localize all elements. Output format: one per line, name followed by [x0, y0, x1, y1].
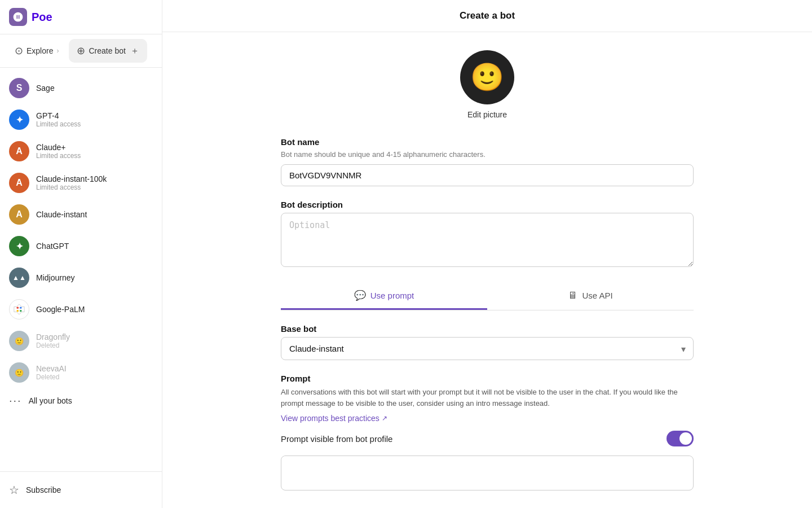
prompt-description: All conversations with this bot will sta…: [281, 387, 694, 409]
base-bot-select-wrapper: Claude-instant GPT-4 Claude+ ChatGPT: [281, 337, 694, 360]
sidebar-item-claudeplus[interactable]: A Claude+ Limited access: [0, 135, 162, 167]
all-bots-item[interactable]: ··· All your bots: [0, 388, 162, 413]
create-bot-button[interactable]: ⊕ Create bot ＋: [69, 39, 147, 63]
all-bots-label: All your bots: [29, 396, 72, 405]
bot-name-claudeinstant: Claude-instant: [36, 210, 87, 219]
bot-sub-dragonfly: Deleted: [36, 341, 70, 349]
form-container: 🙂 Edit picture Bot name Bot name should …: [267, 32, 707, 508]
chevron-right-icon: ›: [56, 47, 59, 55]
sidebar-item-sage[interactable]: S Sage: [0, 72, 162, 104]
external-link-icon: ↗: [382, 414, 387, 422]
prompt-section: Prompt All conversations with this bot w…: [281, 374, 694, 491]
sidebar-item-gpt4[interactable]: ✦ GPT-4 Limited access: [0, 104, 162, 135]
create-bot-label: Create bot: [89, 46, 125, 55]
tab-use-prompt-label: Use prompt: [370, 291, 414, 300]
bot-name-input[interactable]: [281, 164, 694, 186]
sidebar-item-dragonfly[interactable]: 🙂 Dragonfly Deleted: [0, 325, 162, 357]
logo-text: Poe: [32, 11, 52, 24]
nav-buttons: ⊙ Explore › ⊕ Create bot ＋: [0, 34, 162, 68]
prompt-input[interactable]: [281, 456, 693, 488]
avatar-claudeplus: A: [9, 141, 29, 161]
sidebar-item-claude100k[interactable]: A Claude-instant-100k Limited access: [0, 167, 162, 199]
avatar-neevaai: 🙂: [9, 362, 29, 383]
svg-point-2: [16, 310, 19, 312]
bot-name-hint: Bot name should be unique and 4-15 alpha…: [281, 150, 694, 159]
bot-sub-neevaai: Deleted: [36, 373, 67, 381]
bot-name-gpt4: GPT-4: [36, 111, 81, 120]
bot-list: S Sage ✦ GPT-4 Limited access A Claude+ …: [0, 68, 162, 471]
base-bot-section: Base bot Claude-instant GPT-4 Claude+ Ch…: [281, 324, 694, 360]
sidebar-item-claudeinstant[interactable]: A Claude-instant: [0, 199, 162, 230]
sidebar: Poe ⊙ Explore › ⊕ Create bot ＋ S Sage ✦ …: [0, 0, 162, 508]
bot-description-input[interactable]: [281, 213, 694, 267]
sidebar-item-midjourney[interactable]: ▲▲ Midjourney: [0, 262, 162, 294]
tab-use-api-label: Use API: [582, 291, 612, 300]
sidebar-bottom: ☆ Subscribe: [0, 471, 162, 508]
logo[interactable]: Poe: [9, 8, 52, 26]
poe-logo-icon: [9, 8, 27, 26]
bot-description-section: Bot description: [281, 200, 694, 269]
svg-point-1: [20, 306, 22, 309]
tab-use-api[interactable]: 🖥 Use API: [487, 283, 694, 310]
dots-icon: ···: [9, 394, 22, 407]
avatar-dragonfly: 🙂: [9, 331, 29, 351]
create-bot-icon: ⊕: [77, 45, 85, 57]
avatar-claude100k: A: [9, 173, 29, 193]
avatar-chatgpt: ✦: [9, 236, 29, 256]
explore-label: Explore: [27, 46, 53, 55]
bot-name-claudeplus: Claude+: [36, 143, 81, 152]
subscribe-item[interactable]: ☆ Subscribe: [0, 476, 162, 503]
prompt-visible-toggle[interactable]: [667, 431, 694, 446]
edit-picture-label[interactable]: Edit picture: [467, 110, 507, 119]
bot-name-label: Bot name: [281, 137, 694, 147]
explore-icon: ⊙: [15, 45, 23, 57]
bot-avatar-edit[interactable]: 🙂: [460, 50, 514, 104]
avatar-sage: S: [9, 78, 29, 98]
method-tabs: 💬 Use prompt 🖥 Use API: [281, 283, 694, 310]
bot-name-googlepalm: Google-PaLM: [36, 305, 85, 314]
bot-name-chatgpt: ChatGPT: [36, 242, 69, 251]
base-bot-label: Base bot: [281, 324, 694, 334]
bot-sub-gpt4: Limited access: [36, 120, 81, 128]
bot-name-sage: Sage: [36, 84, 55, 93]
bot-name-dragonfly: Dragonfly: [36, 332, 70, 341]
prompt-visible-label: Prompt visible from bot profile: [281, 434, 392, 444]
page-title: Create a bot: [162, 0, 812, 32]
plus-icon: ＋: [130, 45, 139, 57]
subscribe-label: Subscribe: [26, 485, 61, 494]
bot-description-label: Bot description: [281, 200, 694, 209]
prompt-link-text: View prompts best practices: [281, 414, 379, 423]
svg-point-3: [20, 310, 22, 312]
bot-name-neevaai: NeevaAI: [36, 364, 67, 373]
bot-name-section: Bot name Bot name should be unique and 4…: [281, 137, 694, 186]
bot-picture-section: 🙂 Edit picture: [281, 50, 694, 119]
sidebar-header: Poe: [0, 0, 162, 34]
tab-use-prompt[interactable]: 💬 Use prompt: [281, 283, 487, 310]
explore-button[interactable]: ⊙ Explore ›: [7, 39, 67, 63]
bot-name-claude100k: Claude-instant-100k: [36, 174, 107, 183]
star-icon: ☆: [9, 483, 19, 497]
sidebar-item-googlepalm[interactable]: Google-PaLM: [0, 294, 162, 325]
toggle-row: Prompt visible from bot profile: [281, 431, 694, 446]
prompt-best-practices-link[interactable]: View prompts best practices ↗: [281, 414, 387, 423]
svg-point-0: [16, 306, 19, 309]
avatar-gpt4: ✦: [9, 110, 29, 130]
sidebar-item-chatgpt[interactable]: ✦ ChatGPT: [0, 230, 162, 262]
base-bot-select[interactable]: Claude-instant GPT-4 Claude+ ChatGPT: [281, 337, 694, 360]
avatar-midjourney: ▲▲: [9, 268, 29, 288]
avatar-claudeinstant: A: [9, 204, 29, 225]
main-content: Create a bot 🙂 Edit picture Bot name Bot…: [162, 0, 812, 508]
prompt-label: Prompt: [281, 374, 694, 383]
prompt-textarea-wrap: [281, 456, 694, 491]
sidebar-item-neevaai[interactable]: 🙂 NeevaAI Deleted: [0, 357, 162, 388]
prompt-tab-icon: 💬: [354, 290, 366, 301]
avatar-googlepalm: [9, 299, 29, 319]
api-tab-icon: 🖥: [568, 290, 577, 301]
bot-sub-claude100k: Limited access: [36, 183, 107, 191]
bot-sub-claudeplus: Limited access: [36, 152, 81, 160]
bot-name-midjourney: Midjourney: [36, 273, 74, 282]
